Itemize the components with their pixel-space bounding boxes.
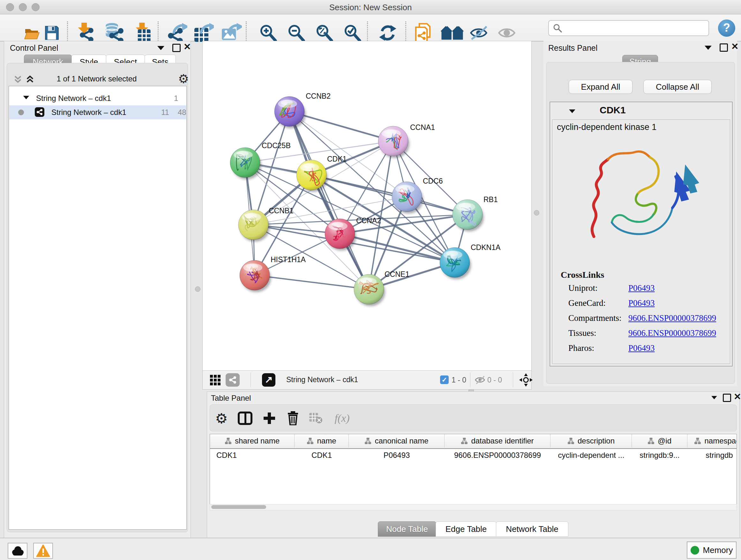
import-network-database-button[interactable] (97, 23, 130, 43)
table-cell[interactable]: stringdb:9... (632, 449, 687, 462)
crosslink-link[interactable]: 9606.ENSP00000378699 (628, 328, 716, 338)
clone-network-button[interactable] (406, 23, 440, 43)
zoom-out-icon (287, 23, 306, 42)
table-import-icon (132, 23, 153, 43)
table-cell[interactable]: stringdb (687, 449, 737, 462)
attribute-icon (694, 437, 701, 444)
table-panel: Table Panel ✕ ⚙ (207, 391, 740, 540)
eye-slash-icon (469, 23, 488, 42)
table-cell[interactable]: cyclin-dependent ... (550, 449, 632, 462)
table-header-row: shared namenamecanonical namedatabase id… (210, 434, 737, 449)
refresh-icon (379, 23, 397, 42)
network-tree-child-row[interactable]: String Network – cdk1 11 48 (9, 105, 186, 119)
database-import-icon (102, 23, 125, 43)
protein-structure-image (556, 138, 727, 265)
show-results-button[interactable] (490, 23, 523, 43)
tab-edge-table[interactable]: Edge Table (435, 521, 496, 537)
add-column-button[interactable] (260, 409, 279, 427)
protein-details-box: cyclin-dependent kinase 1 CrossLinks Uni… (552, 119, 730, 364)
fx-icon: f(x) (334, 412, 349, 424)
birdseye-crosshair-icon[interactable] (519, 373, 533, 387)
table-panel-title: Table Panel (211, 394, 251, 402)
cloud-icon (11, 546, 24, 556)
network-tree-root-row[interactable]: String Network – cdk1 1 (9, 91, 186, 105)
table-cell[interactable]: P06493 (349, 449, 445, 462)
help-button[interactable]: ? (718, 19, 735, 37)
grid-view-button[interactable] (210, 374, 221, 387)
zoom-selected-button[interactable] (336, 23, 369, 43)
crosslink-link[interactable]: P06493 (628, 298, 655, 308)
table-toolbar: ⚙ (210, 405, 737, 431)
crosslink-row: Tissues:9606.ENSP00000378699 (568, 328, 727, 338)
table-horizontal-scrollbar[interactable] (210, 504, 737, 510)
collapse-all-chevron-icon[interactable] (13, 74, 23, 84)
export-image-button[interactable] (215, 23, 248, 43)
vertical-splitter-handle-right[interactable] (534, 210, 539, 215)
table-cell[interactable]: CDK1 (210, 449, 294, 462)
tree-expand-icon[interactable] (23, 96, 29, 99)
collapse-all-button[interactable]: Collapse All (643, 80, 712, 94)
close-panel-icon[interactable]: ✕ (734, 394, 741, 400)
panel-menu-icon[interactable] (157, 46, 164, 50)
network-edge[interactable] (255, 275, 369, 289)
panel-menu-icon[interactable] (711, 396, 717, 399)
scrollbar-thumb[interactable] (211, 505, 266, 509)
float-panel-icon[interactable] (720, 44, 728, 52)
crosslink-row: Pharos:P06493 (568, 343, 727, 353)
crosslink-link[interactable]: P06493 (628, 343, 655, 353)
close-panel-icon[interactable]: ✕ (731, 44, 738, 50)
table-row[interactable]: CDK1CDK1P064939606.ENSP00000378699cyclin… (210, 449, 737, 462)
memory-button[interactable]: Memory (687, 542, 737, 559)
column-header-name[interactable]: name (294, 434, 349, 448)
vertical-splitter-handle-left[interactable] (195, 287, 200, 292)
detach-view-button[interactable]: ↗ (262, 373, 275, 387)
column-header-namespace[interactable]: namespace (687, 434, 737, 448)
crosslinks-list: Uniprot:P06493GeneCard:P06493Compartment… (568, 283, 727, 358)
tab-network-table[interactable]: Network Table (496, 521, 568, 537)
column-header-canonical-name[interactable]: canonical name (349, 434, 445, 448)
warning-icon (36, 544, 50, 557)
delete-column-button[interactable] (283, 409, 302, 427)
network-options-gear-icon[interactable]: ⚙ (178, 72, 189, 86)
collapse-section-icon[interactable] (569, 110, 576, 113)
float-panel-icon[interactable] (723, 394, 731, 402)
panel-menu-icon[interactable] (704, 46, 712, 50)
network-view-button[interactable] (226, 373, 240, 387)
tab-node-table[interactable]: Node Table (378, 521, 436, 537)
network-edge[interactable] (312, 175, 468, 214)
network-tree: String Network – cdk1 1 String Network –… (9, 86, 187, 530)
column-header-description[interactable]: description (550, 434, 632, 448)
expand-all-button[interactable]: Expand All (569, 80, 632, 94)
column-header-shared-name[interactable]: shared name (210, 434, 294, 448)
memory-label: Memory (703, 545, 733, 555)
table-settings-button[interactable]: ⚙ (212, 409, 231, 427)
search-input[interactable] (548, 20, 709, 36)
column-header--id[interactable]: @id (632, 434, 687, 448)
table-cell[interactable]: CDK1 (294, 449, 349, 462)
float-panel-icon[interactable] (172, 44, 181, 52)
network-selection-status: 1 of 1 Network selected (33, 74, 160, 83)
show-columns-button[interactable] (235, 409, 255, 427)
network-node-label: CCNA1 (410, 123, 435, 132)
function-builder-button[interactable]: f(x) (329, 409, 355, 427)
refresh-view-button[interactable] (371, 23, 404, 43)
import-table-file-button[interactable] (126, 23, 159, 43)
crosslink-link[interactable]: 9606.ENSP00000378699 (628, 313, 716, 323)
node-count: 11 (161, 108, 169, 117)
image-export-icon (221, 23, 242, 43)
cloud-status-button[interactable] (8, 543, 27, 559)
crosslink-link[interactable]: P06493 (628, 283, 655, 293)
attribute-icon (307, 437, 314, 444)
column-header-database-identifier[interactable]: database identifier (445, 434, 550, 448)
selected-checkbox-icon[interactable]: ✓ (440, 375, 449, 384)
warnings-button[interactable] (33, 543, 53, 559)
network-canvas[interactable]: CCNB2CCNA1CDC25BCDK1CDC6RB1CCNB1CCNA2CDK… (203, 41, 531, 370)
delete-table-button[interactable] (307, 409, 326, 427)
save-session-button[interactable] (35, 23, 68, 43)
main-toolbar: ? (0, 14, 741, 42)
table-cell[interactable]: 9606.ENSP00000378699 (445, 449, 550, 462)
close-panel-icon[interactable]: ✕ (184, 44, 191, 50)
documents-share-icon (413, 22, 433, 44)
attribute-icon (364, 437, 372, 444)
network-icon (35, 107, 44, 117)
